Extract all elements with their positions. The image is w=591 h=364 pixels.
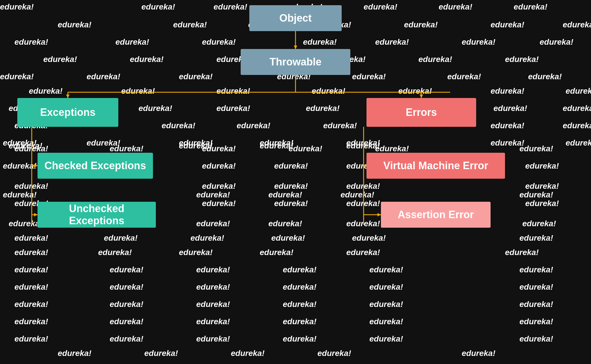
watermark-text: edureka! (364, 2, 397, 12)
watermark-text: edureka! (216, 104, 250, 113)
watermark-text: edureka! (352, 72, 386, 81)
watermark-text: edureka! (237, 121, 270, 130)
watermark-text: edureka! (130, 55, 164, 64)
watermark-text: edureka! (283, 265, 317, 274)
watermark-text: edureka! (260, 141, 293, 150)
watermark-text: edureka! (566, 86, 591, 96)
watermark-text: edureka! (196, 282, 230, 292)
watermark-text: edureka! (110, 282, 143, 292)
watermark-text: edureka! (202, 182, 236, 191)
watermark-text: edureka! (0, 2, 34, 12)
watermark-text: edureka! (493, 104, 527, 113)
watermark-text: edureka! (3, 161, 37, 171)
watermark-text: edureka! (306, 104, 340, 113)
watermark-text: edureka! (418, 55, 452, 64)
watermark-text: edureka! (346, 141, 380, 150)
watermark-text: edureka! (525, 199, 559, 208)
watermark-text: edureka! (398, 86, 432, 96)
watermark-text: edureka! (14, 182, 48, 191)
watermark-text: edureka! (525, 182, 559, 191)
watermark-text: edureka! (14, 37, 48, 47)
watermark-text: edureka! (231, 349, 265, 358)
watermark-text: edureka! (202, 199, 236, 208)
watermark-text: edureka! (115, 37, 149, 47)
watermark-text: edureka! (110, 144, 143, 153)
watermark-text: edureka! (121, 86, 155, 96)
watermark-text: edureka! (519, 334, 553, 344)
watermark-text: edureka! (173, 20, 207, 29)
watermark-text: edureka! (268, 219, 302, 228)
watermark-text: edureka! (283, 300, 317, 309)
watermark-text: edureka! (274, 199, 308, 208)
watermark-text: edureka! (341, 190, 374, 199)
watermark-text: edureka! (58, 349, 91, 358)
watermark-text: edureka! (369, 334, 403, 344)
watermark-text: edureka! (268, 190, 302, 199)
watermark-text: edureka! (87, 138, 120, 148)
exceptions-box: Exceptions (17, 98, 118, 127)
watermark-text: edureka! (0, 72, 34, 81)
watermark-text: edureka! (58, 20, 91, 29)
watermark-text: edureka! (179, 138, 213, 148)
watermark-text: edureka! (141, 2, 175, 12)
checked-exceptions-box: Checked Exceptions (38, 153, 153, 179)
watermark-text: edureka! (179, 248, 213, 257)
watermark-text: edureka! (3, 190, 37, 199)
watermark-text: edureka! (519, 233, 553, 243)
watermark-text: edureka! (563, 121, 591, 130)
watermark-text: edureka! (3, 138, 37, 148)
watermark-text: edureka! (14, 300, 48, 309)
watermark-text: edureka! (202, 144, 236, 153)
watermark-text: edureka! (462, 37, 495, 47)
watermark-text: edureka! (14, 265, 48, 274)
watermark-text: edureka! (144, 349, 178, 358)
watermark-text: edureka! (491, 86, 524, 96)
watermark-text: edureka! (274, 182, 308, 191)
watermark-text: edureka! (196, 334, 230, 344)
watermark-text: edureka! (519, 144, 553, 153)
watermark-text: edureka! (404, 20, 438, 29)
watermark-text: edureka! (289, 144, 322, 153)
throwable-box: Throwable (241, 49, 350, 75)
watermark-text: edureka! (525, 161, 559, 171)
vm-error-label: Virtual Machine Error (383, 160, 488, 172)
watermark-text: edureka! (14, 317, 48, 326)
object-box: Object (249, 5, 342, 31)
watermark-text: edureka! (519, 300, 553, 309)
watermark-text: edureka! (283, 282, 317, 292)
throwable-label: Throwable (270, 56, 321, 68)
watermark-text: edureka! (369, 317, 403, 326)
watermark-text: edureka! (196, 190, 230, 199)
watermark-text: edureka! (43, 55, 77, 64)
watermark-text: edureka! (519, 282, 553, 292)
watermark-text: edureka! (14, 248, 48, 257)
unchecked-label: Unchecked Exceptions (43, 203, 150, 227)
exceptions-label: Exceptions (40, 106, 96, 118)
watermark-text: edureka! (563, 104, 591, 113)
watermark-text: edureka! (519, 265, 553, 274)
errors-label: Errors (406, 106, 437, 118)
watermark-text: edureka! (196, 219, 230, 228)
watermark-text: edureka! (202, 161, 236, 171)
watermark-text: edureka! (462, 349, 495, 358)
watermark-text: edureka! (139, 104, 172, 113)
watermark-text: edureka! (491, 138, 524, 148)
object-label: Object (279, 12, 312, 24)
watermark-text: edureka! (179, 72, 213, 81)
watermark-text: edureka! (29, 86, 63, 96)
watermark-text: edureka! (352, 233, 386, 243)
svg-marker-17 (377, 213, 381, 216)
watermark-text: edureka! (540, 37, 573, 47)
watermark-text: edureka! (519, 190, 553, 199)
watermark-text: edureka! (274, 161, 308, 171)
watermark-text: edureka! (346, 182, 380, 191)
watermark-text: edureka! (505, 55, 539, 64)
svg-marker-7 (420, 95, 423, 98)
svg-marker-12 (34, 213, 38, 216)
watermark-text: edureka! (110, 265, 143, 274)
watermark-text: edureka! (369, 265, 403, 274)
watermark-text: edureka! (190, 233, 224, 243)
watermark-text: edureka! (566, 138, 591, 148)
watermark-text: edureka! (196, 265, 230, 274)
watermark-text: edureka! (202, 37, 236, 47)
